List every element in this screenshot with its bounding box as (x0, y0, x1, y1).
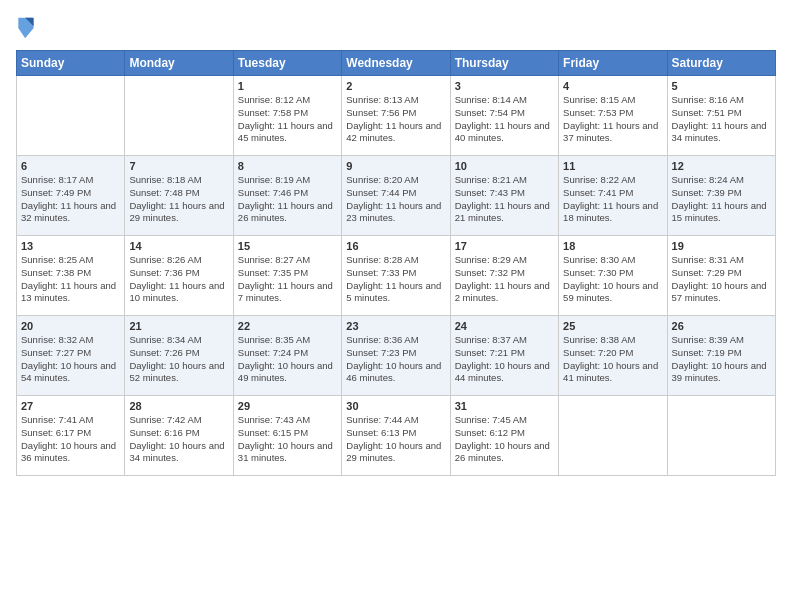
day-number: 28 (129, 400, 228, 412)
weekday-header-cell: Tuesday (233, 51, 341, 76)
day-number: 27 (21, 400, 120, 412)
day-info: Sunrise: 8:16 AM Sunset: 7:51 PM Dayligh… (672, 94, 771, 145)
day-info: Sunrise: 8:22 AM Sunset: 7:41 PM Dayligh… (563, 174, 662, 225)
calendar-day-cell: 4Sunrise: 8:15 AM Sunset: 7:53 PM Daylig… (559, 76, 667, 156)
day-info: Sunrise: 8:29 AM Sunset: 7:32 PM Dayligh… (455, 254, 554, 305)
day-info: Sunrise: 7:42 AM Sunset: 6:16 PM Dayligh… (129, 414, 228, 465)
day-number: 3 (455, 80, 554, 92)
calendar-week-row: 27Sunrise: 7:41 AM Sunset: 6:17 PM Dayli… (17, 396, 776, 476)
calendar-day-cell: 31Sunrise: 7:45 AM Sunset: 6:12 PM Dayli… (450, 396, 558, 476)
calendar-day-cell: 12Sunrise: 8:24 AM Sunset: 7:39 PM Dayli… (667, 156, 775, 236)
day-info: Sunrise: 8:37 AM Sunset: 7:21 PM Dayligh… (455, 334, 554, 385)
calendar-day-cell: 15Sunrise: 8:27 AM Sunset: 7:35 PM Dayli… (233, 236, 341, 316)
day-info: Sunrise: 8:30 AM Sunset: 7:30 PM Dayligh… (563, 254, 662, 305)
day-number: 23 (346, 320, 445, 332)
calendar-day-cell: 3Sunrise: 8:14 AM Sunset: 7:54 PM Daylig… (450, 76, 558, 156)
day-number: 8 (238, 160, 337, 172)
day-number: 10 (455, 160, 554, 172)
day-number: 21 (129, 320, 228, 332)
day-number: 7 (129, 160, 228, 172)
day-info: Sunrise: 8:15 AM Sunset: 7:53 PM Dayligh… (563, 94, 662, 145)
calendar-day-cell: 28Sunrise: 7:42 AM Sunset: 6:16 PM Dayli… (125, 396, 233, 476)
calendar-week-row: 6Sunrise: 8:17 AM Sunset: 7:49 PM Daylig… (17, 156, 776, 236)
day-number: 24 (455, 320, 554, 332)
day-number: 22 (238, 320, 337, 332)
calendar-day-cell (17, 76, 125, 156)
day-info: Sunrise: 7:45 AM Sunset: 6:12 PM Dayligh… (455, 414, 554, 465)
calendar-day-cell: 23Sunrise: 8:36 AM Sunset: 7:23 PM Dayli… (342, 316, 450, 396)
calendar-day-cell (667, 396, 775, 476)
calendar-day-cell: 7Sunrise: 8:18 AM Sunset: 7:48 PM Daylig… (125, 156, 233, 236)
day-number: 18 (563, 240, 662, 252)
day-number: 11 (563, 160, 662, 172)
day-info: Sunrise: 8:38 AM Sunset: 7:20 PM Dayligh… (563, 334, 662, 385)
day-number: 17 (455, 240, 554, 252)
day-number: 19 (672, 240, 771, 252)
day-info: Sunrise: 8:34 AM Sunset: 7:26 PM Dayligh… (129, 334, 228, 385)
calendar-day-cell: 6Sunrise: 8:17 AM Sunset: 7:49 PM Daylig… (17, 156, 125, 236)
day-info: Sunrise: 8:20 AM Sunset: 7:44 PM Dayligh… (346, 174, 445, 225)
day-number: 6 (21, 160, 120, 172)
day-info: Sunrise: 8:21 AM Sunset: 7:43 PM Dayligh… (455, 174, 554, 225)
day-info: Sunrise: 8:25 AM Sunset: 7:38 PM Dayligh… (21, 254, 120, 305)
weekday-header-row: SundayMondayTuesdayWednesdayThursdayFrid… (17, 51, 776, 76)
calendar-day-cell: 17Sunrise: 8:29 AM Sunset: 7:32 PM Dayli… (450, 236, 558, 316)
day-info: Sunrise: 8:39 AM Sunset: 7:19 PM Dayligh… (672, 334, 771, 385)
day-info: Sunrise: 7:41 AM Sunset: 6:17 PM Dayligh… (21, 414, 120, 465)
day-info: Sunrise: 8:24 AM Sunset: 7:39 PM Dayligh… (672, 174, 771, 225)
day-number: 4 (563, 80, 662, 92)
calendar-table: SundayMondayTuesdayWednesdayThursdayFrid… (16, 50, 776, 476)
day-number: 20 (21, 320, 120, 332)
calendar-day-cell: 26Sunrise: 8:39 AM Sunset: 7:19 PM Dayli… (667, 316, 775, 396)
calendar-day-cell: 9Sunrise: 8:20 AM Sunset: 7:44 PM Daylig… (342, 156, 450, 236)
calendar-body: 1Sunrise: 8:12 AM Sunset: 7:58 PM Daylig… (17, 76, 776, 476)
weekday-header-cell: Sunday (17, 51, 125, 76)
calendar-day-cell: 11Sunrise: 8:22 AM Sunset: 7:41 PM Dayli… (559, 156, 667, 236)
day-info: Sunrise: 8:17 AM Sunset: 7:49 PM Dayligh… (21, 174, 120, 225)
calendar-day-cell: 14Sunrise: 8:26 AM Sunset: 7:36 PM Dayli… (125, 236, 233, 316)
day-info: Sunrise: 8:26 AM Sunset: 7:36 PM Dayligh… (129, 254, 228, 305)
calendar-day-cell: 18Sunrise: 8:30 AM Sunset: 7:30 PM Dayli… (559, 236, 667, 316)
day-info: Sunrise: 8:14 AM Sunset: 7:54 PM Dayligh… (455, 94, 554, 145)
logo (16, 16, 40, 40)
day-number: 31 (455, 400, 554, 412)
calendar-day-cell: 10Sunrise: 8:21 AM Sunset: 7:43 PM Dayli… (450, 156, 558, 236)
day-info: Sunrise: 8:27 AM Sunset: 7:35 PM Dayligh… (238, 254, 337, 305)
calendar-week-row: 20Sunrise: 8:32 AM Sunset: 7:27 PM Dayli… (17, 316, 776, 396)
calendar-day-cell: 1Sunrise: 8:12 AM Sunset: 7:58 PM Daylig… (233, 76, 341, 156)
calendar-day-cell (559, 396, 667, 476)
calendar-day-cell (125, 76, 233, 156)
calendar-day-cell: 16Sunrise: 8:28 AM Sunset: 7:33 PM Dayli… (342, 236, 450, 316)
day-info: Sunrise: 8:18 AM Sunset: 7:48 PM Dayligh… (129, 174, 228, 225)
day-number: 5 (672, 80, 771, 92)
day-number: 16 (346, 240, 445, 252)
day-number: 1 (238, 80, 337, 92)
calendar-day-cell: 25Sunrise: 8:38 AM Sunset: 7:20 PM Dayli… (559, 316, 667, 396)
header (16, 16, 776, 40)
weekday-header-cell: Monday (125, 51, 233, 76)
weekday-header-cell: Friday (559, 51, 667, 76)
calendar-week-row: 13Sunrise: 8:25 AM Sunset: 7:38 PM Dayli… (17, 236, 776, 316)
day-number: 29 (238, 400, 337, 412)
day-number: 9 (346, 160, 445, 172)
calendar-day-cell: 8Sunrise: 8:19 AM Sunset: 7:46 PM Daylig… (233, 156, 341, 236)
day-info: Sunrise: 8:31 AM Sunset: 7:29 PM Dayligh… (672, 254, 771, 305)
calendar-day-cell: 27Sunrise: 7:41 AM Sunset: 6:17 PM Dayli… (17, 396, 125, 476)
calendar-day-cell: 5Sunrise: 8:16 AM Sunset: 7:51 PM Daylig… (667, 76, 775, 156)
calendar-day-cell: 13Sunrise: 8:25 AM Sunset: 7:38 PM Dayli… (17, 236, 125, 316)
weekday-header-cell: Wednesday (342, 51, 450, 76)
day-info: Sunrise: 7:43 AM Sunset: 6:15 PM Dayligh… (238, 414, 337, 465)
calendar-day-cell: 2Sunrise: 8:13 AM Sunset: 7:56 PM Daylig… (342, 76, 450, 156)
weekday-header-cell: Thursday (450, 51, 558, 76)
day-number: 25 (563, 320, 662, 332)
day-info: Sunrise: 8:36 AM Sunset: 7:23 PM Dayligh… (346, 334, 445, 385)
weekday-header-cell: Saturday (667, 51, 775, 76)
calendar-day-cell: 22Sunrise: 8:35 AM Sunset: 7:24 PM Dayli… (233, 316, 341, 396)
calendar-week-row: 1Sunrise: 8:12 AM Sunset: 7:58 PM Daylig… (17, 76, 776, 156)
calendar-day-cell: 20Sunrise: 8:32 AM Sunset: 7:27 PM Dayli… (17, 316, 125, 396)
day-info: Sunrise: 8:13 AM Sunset: 7:56 PM Dayligh… (346, 94, 445, 145)
calendar-day-cell: 24Sunrise: 8:37 AM Sunset: 7:21 PM Dayli… (450, 316, 558, 396)
day-number: 12 (672, 160, 771, 172)
calendar-day-cell: 29Sunrise: 7:43 AM Sunset: 6:15 PM Dayli… (233, 396, 341, 476)
day-number: 30 (346, 400, 445, 412)
